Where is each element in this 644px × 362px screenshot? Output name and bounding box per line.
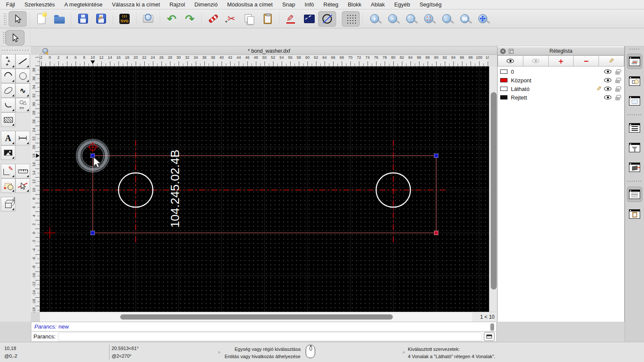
tool-image-button[interactable]: [1, 145, 15, 160]
tool-modify-button[interactable]: [1, 164, 15, 178]
drawing-window-titlebar[interactable]: * bond_washer.dxf: [40, 47, 498, 55]
command-history-scrollbar[interactable]: [490, 323, 494, 331]
menu-seg-ts-g[interactable]: Segítség: [419, 1, 441, 8]
layer-lock-icon[interactable]: [615, 80, 620, 83]
dock-entity-filter-button[interactable]: [627, 140, 642, 155]
v-ruler-label: 30: [30, 100, 38, 109]
horizontal-scrollbar-thumb[interactable]: [120, 314, 393, 320]
tool-box3d-button[interactable]: [1, 197, 15, 211]
command-input[interactable]: [58, 332, 482, 341]
vertical-scrollbar[interactable]: [489, 66, 498, 312]
menu-f-jl[interactable]: Fájl: [6, 1, 15, 8]
export-svg-button[interactable]: SVG: [115, 11, 134, 27]
layer-lock-icon[interactable]: [615, 71, 620, 75]
zoom-previous-button[interactable]: [419, 11, 437, 27]
menu-ablak[interactable]: Ablak: [371, 1, 385, 8]
menu-rajzol[interactable]: Rajzol: [170, 1, 185, 8]
dock-handle[interactable]: [629, 48, 640, 50]
zoom-auto-button[interactable]: [401, 11, 419, 27]
layer-list-panel: × Réteglista + − ✎ 0KözpontLátható✎Rejte…: [497, 46, 625, 322]
tool-circle-button[interactable]: [15, 69, 30, 83]
open-file-button[interactable]: [50, 11, 68, 27]
new-document-button[interactable]: [32, 11, 50, 27]
print-preview-button[interactable]: [139, 11, 157, 27]
layer-row-0[interactable]: 0: [498, 67, 624, 76]
tool-spline-button[interactable]: ∿: [15, 83, 30, 98]
pen-attributes-button[interactable]: [282, 11, 300, 27]
menu-m-dos-tsa-a-c-met[interactable]: Módosítsa a címet: [227, 1, 273, 8]
save-button[interactable]: [74, 11, 92, 27]
tool-polygon-button[interactable]: ⬡△▭: [15, 98, 30, 112]
zoom-window-button[interactable]: [456, 11, 474, 27]
command-options-button[interactable]: [484, 332, 495, 341]
zoom-redraw-button[interactable]: ←: [437, 11, 456, 27]
menu-blokk[interactable]: Blokk: [348, 1, 361, 8]
layer-visibility-icon[interactable]: [604, 78, 611, 82]
line-attributes-button[interactable]: [300, 11, 318, 27]
cut-button[interactable]: ✂+: [222, 11, 240, 27]
toolbar-handle[interactable]: [3, 13, 7, 25]
tool-info-button[interactable]: [1, 178, 15, 193]
menu-snap[interactable]: Snap: [282, 1, 295, 8]
menu-szerkeszt-s[interactable]: Szerkesztés: [24, 1, 55, 8]
circle-attributes-icon: [322, 14, 332, 24]
layer-row-rejtett[interactable]: Rejtett: [498, 93, 624, 102]
tool-hatch-button[interactable]: [1, 112, 15, 127]
snap-grid-button[interactable]: [342, 11, 360, 27]
dock-layer-list-button[interactable]: [627, 54, 642, 69]
edit-layer-button[interactable]: ✎: [599, 55, 624, 66]
show-all-layers-button[interactable]: [498, 55, 523, 66]
v-ruler-label: 6: [30, 203, 38, 211]
layer-row-k-zpont[interactable]: Központ: [498, 76, 624, 84]
paste-button[interactable]: [258, 11, 276, 27]
select-arrow-button[interactable]: [9, 11, 27, 27]
dock-entity-list-button[interactable]: [627, 120, 642, 136]
copy-button[interactable]: [240, 11, 258, 27]
horizontal-scrollbar[interactable]: [40, 312, 472, 322]
tool-points-button[interactable]: + ++: [1, 54, 15, 69]
menu-a-megtekint-se[interactable]: A megtekintése: [64, 1, 103, 8]
layer-visibility-icon[interactable]: [604, 87, 611, 91]
tool-ellipse-button[interactable]: [1, 83, 15, 98]
drawing-canvas[interactable]: 104.245.02.4B: [40, 66, 489, 312]
erase-button[interactable]: [204, 11, 222, 27]
undo-button[interactable]: ↶: [163, 11, 181, 27]
save-as-button[interactable]: [92, 11, 110, 27]
tool-deselect-button[interactable]: [15, 178, 30, 193]
dock-block-list-button[interactable]: [627, 73, 642, 89]
add-layer-button[interactable]: +: [549, 55, 574, 66]
palette-handle[interactable]: [1, 49, 29, 51]
menu-dimenzi[interactable]: Dimenzió: [194, 1, 218, 8]
dock-projection-button[interactable]: [627, 160, 642, 175]
zoom-out-button[interactable]: −: [383, 11, 401, 27]
zoom-in-button[interactable]: +: [365, 11, 383, 27]
vertical-scrollbar-thumb[interactable]: [491, 92, 497, 290]
tool-dimension-button[interactable]: [15, 131, 30, 145]
tool-text-button[interactable]: A: [1, 131, 15, 145]
tool-line-button[interactable]: [15, 54, 30, 69]
tool-arc-button[interactable]: [1, 69, 15, 83]
dock-library-browser-button[interactable]: [627, 93, 642, 109]
redo-button[interactable]: ↷: [181, 11, 199, 27]
dock-clipboard-button[interactable]: [627, 206, 642, 222]
layer-visibility-icon[interactable]: [604, 95, 611, 100]
cursor-arrow-icon: [13, 14, 22, 24]
zoom-pan-button[interactable]: ✣: [474, 11, 492, 27]
menu-v-lassza-ki-a-c-met[interactable]: Válassza ki a címet: [112, 1, 160, 8]
layer-visibility-icon[interactable]: [604, 69, 611, 74]
remove-layer-button[interactable]: −: [574, 55, 599, 66]
menu-inf[interactable]: Infó: [305, 1, 314, 8]
spline-icon: ∿: [20, 86, 26, 95]
circle-attributes-button[interactable]: [318, 11, 336, 27]
selection-title: Kiválasztott szervezetek:: [408, 346, 495, 353]
tool-measure-button[interactable]: [15, 164, 30, 178]
hide-all-layers-button[interactable]: [523, 55, 549, 66]
select-tool-button[interactable]: [6, 30, 24, 45]
layer-row-l-that[interactable]: Látható✎: [498, 84, 624, 93]
layer-lock-icon[interactable]: [615, 97, 620, 100]
menu-egy-b[interactable]: Egyéb: [394, 1, 410, 8]
tool-polyline-button[interactable]: [1, 98, 15, 112]
layer-lock-icon[interactable]: [615, 88, 620, 92]
dock-command-line-button[interactable]: [627, 187, 642, 202]
menu-r-teg[interactable]: Réteg: [323, 1, 338, 8]
